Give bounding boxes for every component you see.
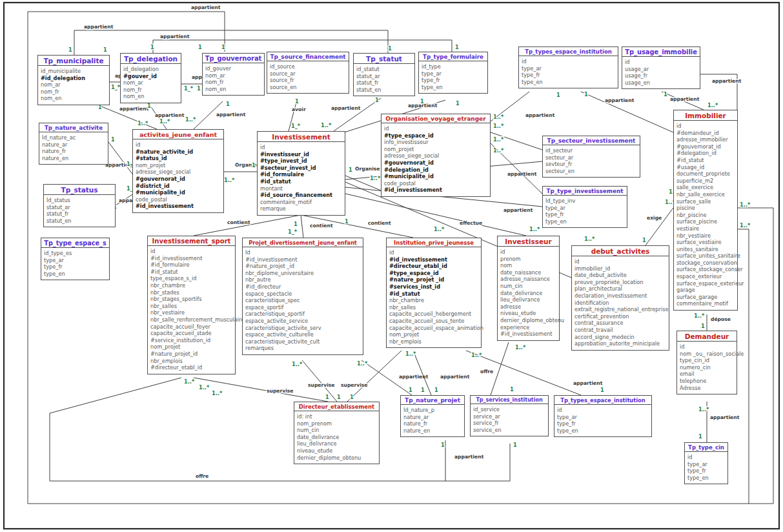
entity-title: Tp_delegation <box>121 54 181 64</box>
entity-field: type_ar <box>422 70 485 77</box>
multiplicity-label: 1 <box>701 323 705 329</box>
entity-debut_activites[interactable]: debut_activitesidimmobilier_iddate_debut… <box>571 245 669 351</box>
entity-field: id <box>625 59 697 66</box>
entity-field: id_service <box>473 406 545 413</box>
entity-field: nbr_salle_exercice <box>676 191 735 198</box>
entity-field: #type_espace_id <box>384 132 487 139</box>
entity-tp_usage_immobilie[interactable]: Tp_usage_immobilieidusage_arusage_frusag… <box>622 46 700 89</box>
entity-field: nom_projet <box>150 343 232 351</box>
entity-field: statut_fr <box>356 79 412 87</box>
multiplicity-label: 1..* <box>584 236 595 242</box>
entity-field: nbr_salles <box>389 304 478 311</box>
relationship-label: appartient <box>710 414 740 420</box>
entity-field: type_ar <box>545 205 624 212</box>
entity-tp_type_investissement[interactable]: Tp_type_investissementId_type_invtype_ar… <box>542 186 627 228</box>
entity-field: nom_projet <box>136 162 221 169</box>
entity-fields: idtype_artype_frtype_en <box>685 452 727 484</box>
multiplicity-label: 1..* <box>184 378 195 385</box>
entity-field: espace_exterieur <box>676 273 735 280</box>
entity-tp_types_espace_institution-2[interactable]: Tp_types_espace_institutionidtype_artype… <box>554 395 652 437</box>
entity-field: num_cin <box>500 283 556 290</box>
multiplicity-label: 1 <box>252 162 256 169</box>
relationship-label: appartient <box>84 24 114 30</box>
entity-tp_nature_activite[interactable]: Tp_nature_activiteId_nature_acnature_arn… <box>39 123 108 165</box>
entity-field: code_postal <box>384 180 487 187</box>
entity-tp_nature_projet[interactable]: Tp_nature_projetId_nature_pnature_arnatu… <box>400 395 465 437</box>
entity-field: nom_ar <box>123 79 178 87</box>
entity-field: telephone <box>680 378 734 385</box>
multiplicity-label: 1..* <box>405 351 416 357</box>
entity-field: #id_investissement <box>150 255 232 262</box>
entity-tp_type_formulaire[interactable]: Tp_type_formulaireid_typetype_artype_frt… <box>418 52 488 94</box>
entity-field: id_type_es <box>44 250 107 257</box>
entity-investissement_sport[interactable]: Investissement_sportid#id_investissement… <box>147 236 236 374</box>
entity-tp_source_financement[interactable]: Tp_source_financementid_sourcesource_ars… <box>267 52 349 94</box>
entity-title: Directeur_etablissement <box>294 402 379 411</box>
entity-field: nature_en <box>42 155 105 162</box>
relationship-edge <box>646 208 673 245</box>
relationship-label: dépose <box>711 316 731 322</box>
entity-field: type_ar <box>687 461 725 468</box>
entity-field: source_fr <box>270 77 346 84</box>
entity-tp_types_espace_institution[interactable]: Tp_types_espace_institutionidtype_artype… <box>518 46 618 88</box>
entity-fields: id#type_espace_idinfo_investisseurnom_pr… <box>381 123 490 196</box>
entity-investissement[interactable]: Investissementid#investisseur_id#type_in… <box>257 131 345 216</box>
entity-tp_municipalite[interactable]: Tp_municipaliteid_municipalite#id_delega… <box>37 55 110 105</box>
entity-directeur_etablissement[interactable]: Directeur_etablissementid: intnom_prenom… <box>294 402 380 464</box>
entity-field: id <box>522 58 615 65</box>
multiplicity-label: 1 <box>421 387 425 393</box>
relationship-edge <box>194 215 301 236</box>
entity-tp_type_espace_s[interactable]: Tp_type_espace_sid_type_estype_artype_fr… <box>41 238 110 280</box>
entity-institution_prive_jeunesse[interactable]: Institution_prive_jeunesseid#id_investis… <box>386 238 482 348</box>
entity-field: type_espace_s_id <box>150 275 232 282</box>
entity-field: nom_ar <box>41 81 107 88</box>
entity-field: caracteristique_activite_cult <box>245 338 360 345</box>
entity-field: type_en <box>545 218 624 225</box>
entity-field: surface_piscine <box>676 218 735 225</box>
relationship-label: Organise <box>235 162 259 168</box>
entity-fields: Id#id_investissement#nature_projet _idnb… <box>243 247 363 354</box>
entity-fields: id_type_estype_artype_frtype_en <box>41 248 109 280</box>
entity-tp_gouvernorat[interactable]: Tp_gouvernoratid_gouvernom_arnom_frnom_e… <box>202 53 265 96</box>
entity-field: Id_nature_ac <box>42 134 105 141</box>
multiplicity-label: 1..* <box>740 222 751 229</box>
multiplicity-label: 1 <box>388 45 392 52</box>
entity-field: nbr_stades <box>150 289 232 296</box>
multiplicity-label: 1 <box>600 387 604 393</box>
entity-field: nom_en <box>123 93 178 100</box>
entity-demandeur[interactable]: Demandeuridnom _ou_ raison_socialetype_c… <box>676 331 737 394</box>
entity-organisation_voyage_etranger[interactable]: Organisation_voyage_etrangerid#type_espa… <box>381 114 491 197</box>
entity-field: date_delivrance <box>500 290 556 297</box>
entity-immobilier[interactable]: Immobilierid#demandeur_idadresse_immobil… <box>673 110 738 311</box>
entity-title: Demandeur <box>677 331 737 342</box>
entity-fields: id#nature_activite_id#status_idnom_proje… <box>133 139 223 212</box>
entity-activites_jeune_enfant[interactable]: activites_jeune_enfantid#nature_activite… <box>132 129 224 213</box>
entity-field: nbr_autre <box>245 276 360 283</box>
entity-title: Tp_types_espace_institution <box>519 47 618 56</box>
entity-field: #directeur_etabl_id <box>389 263 478 270</box>
entity-tp_type_cin[interactable]: Tp_type_cinidtype_artype_frtype_en <box>684 442 728 484</box>
entity-fields: id_statutstatut_arstatut_frstatut_en <box>354 64 414 96</box>
entity-field: #services_inst_id <box>389 283 478 291</box>
entity-field: nbr_diplome_universitaire <box>245 270 360 277</box>
entity-fields: Id_statusstatut_arstatut_frstatut_en <box>44 195 115 227</box>
entity-tp_delegation[interactable]: Tp_delegationid_delegation#gouver_idnom_… <box>120 53 181 103</box>
relationship-label: appartient <box>712 78 742 84</box>
multiplicity-label: 1..* <box>707 102 718 108</box>
entity-title: Tp_source_financement <box>267 52 349 61</box>
entity-field: nature_en <box>403 427 462 435</box>
entity-field: #id_statut <box>389 291 478 298</box>
entity-field: email <box>680 371 734 378</box>
entity-projet_divertissement_jeune_enfant[interactable]: Projet_divertissement_jeune_enfantId#id_… <box>242 238 363 355</box>
entity-tp_services_institution[interactable]: Tp_services_institutionid_serviceservice… <box>470 395 549 436</box>
entity-tp_statut[interactable]: Tp_statutid_statutstatut_arstatut_frstat… <box>353 53 415 96</box>
entity-title: Projet_divertissement_jeune_enfant <box>243 238 363 247</box>
entity-field: nom_fr <box>41 88 107 96</box>
entity-tp_status[interactable]: Tp_statusId_statusstatut_arstatut_frstat… <box>43 184 116 227</box>
entity-field: caracteristique_sportif <box>245 311 360 318</box>
entity-tp_secteur_investissement[interactable]: Tp_secteur_investissementid_secteursecte… <box>542 136 640 178</box>
entity-field: adresse <box>500 303 556 311</box>
entity-investisseur[interactable]: Investisseuridprenomnomdate_naissanceadr… <box>497 236 560 341</box>
entity-field: type_ar <box>557 414 649 421</box>
entity-field: nbr_emplois <box>389 338 478 345</box>
